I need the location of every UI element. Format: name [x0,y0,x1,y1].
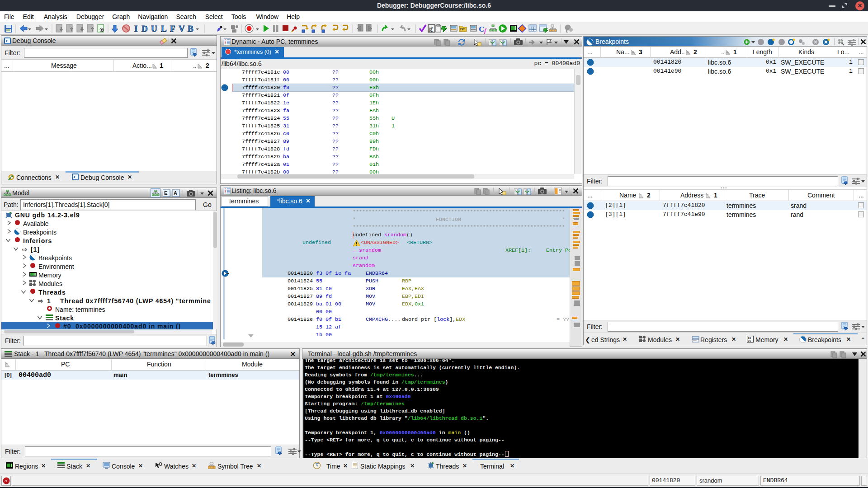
svg-text:F: F [170,24,175,33]
svg-text:I: I [134,24,137,33]
svg-text:01: 01 [429,29,433,32]
svg-text:f: f [484,27,487,34]
svg-text:U: U [151,24,157,33]
svg-text:E: E [164,190,167,196]
svg-text:A: A [174,190,177,196]
svg-text:V: V [179,24,185,33]
svg-text:B: B [188,24,193,33]
svg-text:L: L [161,24,167,33]
svg-text:DT: DT [460,27,465,31]
svg-text:01: 01 [748,339,751,343]
svg-text:C: C [479,25,484,33]
svg-text:D: D [142,24,148,33]
